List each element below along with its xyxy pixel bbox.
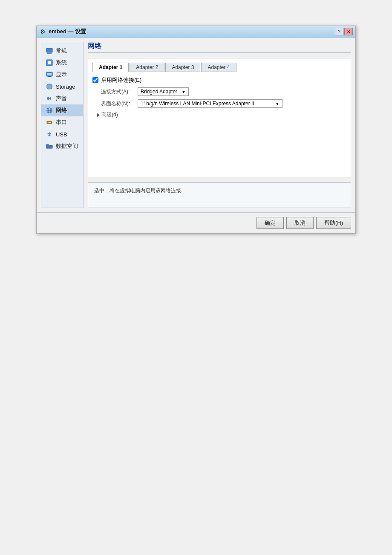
interface-name-dropdown[interactable]: 11b/g/n Wireless LAN Mini-PCI Express Ad… — [138, 99, 282, 108]
help-button[interactable]: 帮助(H) — [316, 217, 351, 229]
sidebar-label-network: 网络 — [56, 107, 67, 114]
svg-point-14 — [49, 122, 50, 123]
adapter-tabs: Adapter 1 Adapter 2 Adapter 3 Adapter 4 — [92, 63, 346, 72]
tab-adapter2[interactable]: Adapter 2 — [130, 63, 164, 72]
interface-name-row: 界面名称(N): 11b/g/n Wireless LAN Mini-PCI E… — [101, 99, 346, 108]
sidebar-item-storage[interactable]: Storage — [41, 81, 83, 92]
svg-rect-8 — [47, 97, 49, 100]
sidebar-item-serial[interactable]: 串口 — [41, 116, 83, 128]
sidebar-item-sharedfolders[interactable]: 数据空间 — [41, 140, 83, 152]
svg-rect-3 — [48, 61, 51, 64]
tab-adapter3[interactable]: Adapter 3 — [165, 63, 200, 72]
storage-icon — [46, 83, 53, 90]
advanced-row[interactable]: 高级(d) — [97, 111, 346, 119]
sidebar-label-display: 显示 — [56, 71, 67, 78]
sidebar-label-audio: 声音 — [56, 95, 67, 102]
interface-name-arrow: ▼ — [275, 101, 280, 106]
window-body: 常规 系统 显示 Storage — [37, 38, 355, 212]
connection-type-value: Bridged Adapter ▼ — [138, 87, 189, 96]
help-window-button[interactable]: ? — [335, 28, 343, 35]
sidebar-label-storage: Storage — [56, 84, 75, 90]
connection-type-dropdown[interactable]: Bridged Adapter ▼ — [138, 87, 189, 96]
tab-adapter4[interactable]: Adapter 4 — [201, 63, 236, 72]
system-icon — [46, 59, 53, 66]
advanced-label: 高级(d) — [101, 111, 118, 119]
title-bar-left: ⚙ embed — 设置 — [39, 28, 86, 35]
title-bar-buttons: ? ✕ — [335, 28, 353, 35]
settings-window: ⚙ embed — 设置 ? ✕ 常规 系统 — [36, 26, 356, 234]
sidebar-item-usb[interactable]: USB — [41, 128, 83, 140]
serial-icon — [46, 119, 53, 126]
section-title: 网络 — [88, 42, 351, 53]
connection-type-label: 连接方式(A): — [101, 88, 135, 95]
sidebar-label-serial: 串口 — [56, 119, 67, 126]
svg-point-16 — [48, 133, 49, 134]
connection-type-row: 连接方式(A): Bridged Adapter ▼ — [101, 87, 346, 96]
svg-rect-1 — [47, 53, 52, 54]
enable-network-row: 启用网络连接(E) — [92, 76, 346, 84]
advanced-triangle-icon — [97, 113, 100, 117]
display-icon — [46, 71, 53, 78]
network-content-box: Adapter 1 Adapter 2 Adapter 3 Adapter 4 … — [88, 58, 351, 177]
connection-type-selected: Bridged Adapter — [141, 89, 177, 95]
info-text: 选中，将在虚拟电脑内启用该网络连接. — [94, 188, 182, 194]
interface-name-label: 界面名称(N): — [101, 100, 135, 107]
usb-icon — [46, 130, 53, 138]
bottom-bar: 确定 取消 帮助(H) — [37, 212, 355, 233]
sidebar-label-system: 系统 — [56, 59, 67, 66]
info-box: 选中，将在虚拟电脑内启用该网络连接. — [88, 182, 351, 208]
interface-name-value: 11b/g/n Wireless LAN Mini-PCI Express Ad… — [138, 99, 282, 108]
main-content: 网络 Adapter 1 Adapter 2 Adapter 3 Adapter… — [88, 42, 351, 208]
tab-adapter1[interactable]: Adapter 1 — [92, 63, 129, 72]
sharedfolders-icon — [46, 142, 53, 150]
interface-name-selected: 11b/g/n Wireless LAN Mini-PCI Express Ad… — [141, 101, 254, 107]
window-title: embed — 设置 — [49, 28, 86, 35]
sidebar: 常规 系统 显示 Storage — [41, 42, 84, 208]
connection-type-arrow: ▼ — [182, 90, 186, 94]
enable-network-checkbox[interactable] — [92, 77, 98, 83]
sidebar-item-audio[interactable]: 声音 — [41, 92, 83, 104]
network-icon — [46, 107, 53, 114]
sidebar-label-sharedfolders: 数据空间 — [56, 142, 78, 150]
enable-network-label[interactable]: 启用网络连接(E) — [101, 76, 141, 84]
sidebar-item-display[interactable]: 显示 — [41, 69, 83, 81]
sidebar-label-usb: USB — [56, 131, 67, 138]
ok-button[interactable]: 确定 — [257, 217, 284, 229]
sidebar-item-system[interactable]: 系统 — [41, 57, 83, 69]
svg-point-13 — [48, 122, 49, 123]
title-bar: ⚙ embed — 设置 ? ✕ — [37, 26, 355, 38]
audio-icon — [46, 95, 53, 102]
cancel-button[interactable]: 取消 — [286, 217, 314, 229]
svg-rect-5 — [48, 76, 51, 77]
svg-rect-0 — [46, 48, 52, 52]
sidebar-item-network[interactable]: 网络 — [41, 104, 83, 116]
svg-rect-6 — [47, 73, 52, 75]
general-icon — [46, 47, 53, 55]
app-icon: ⚙ — [39, 28, 46, 35]
sidebar-label-general: 常规 — [56, 47, 67, 55]
close-window-button[interactable]: ✕ — [344, 28, 353, 35]
svg-rect-17 — [50, 133, 51, 134]
sidebar-item-general[interactable]: 常规 — [41, 45, 83, 57]
svg-point-15 — [50, 122, 51, 123]
